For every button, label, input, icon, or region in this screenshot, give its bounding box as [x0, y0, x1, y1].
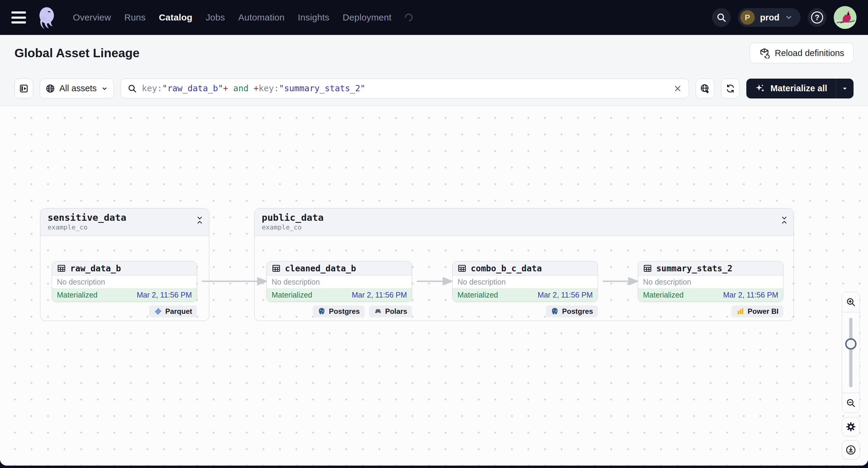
user-avatar[interactable] — [834, 6, 857, 29]
status-badge: Materialized — [458, 291, 498, 299]
asset-description: No description — [52, 276, 197, 288]
refresh-icon — [725, 84, 736, 94]
tag-label: Postgres — [329, 307, 360, 316]
open-sidebar-button[interactable] — [14, 79, 33, 98]
graph-settings-button[interactable] — [842, 417, 860, 436]
globe-icon — [45, 84, 55, 93]
materialize-all-label: Materialize all — [770, 84, 827, 93]
zoom-out-icon — [846, 398, 856, 408]
asset-card[interactable]: raw_data_b No description Materialized M… — [52, 261, 197, 302]
refresh-graph-button[interactable] — [721, 79, 740, 98]
nav-item-overview[interactable]: Overview — [73, 12, 111, 23]
group-subtitle: example_co — [262, 223, 786, 231]
asset-node-summary-stats-2: summary_stats_2 No description Materiali… — [638, 261, 783, 302]
tag-parquet[interactable]: Parquet — [149, 305, 197, 317]
table-icon — [458, 264, 467, 273]
group-header[interactable]: public_data example_co — [254, 209, 794, 236]
materialization-timestamp[interactable]: Mar 2, 11:56 PM — [537, 291, 593, 299]
status-badge: Materialized — [57, 291, 98, 299]
caret-down-icon — [841, 85, 849, 92]
page-title: Global Asset Lineage — [14, 46, 140, 60]
deployment-switcher[interactable]: P prod — [738, 8, 801, 27]
parquet-icon — [154, 307, 162, 316]
tag-polars[interactable]: Polars — [369, 305, 412, 317]
materialize-options-button[interactable] — [836, 79, 854, 98]
reload-definitions-label: Reload definitions — [775, 48, 844, 58]
asset-search-input[interactable]: key:"raw_data_b"+ and +key:"summary_stat… — [121, 79, 689, 98]
collapse-chevron-down-icon — [781, 216, 787, 220]
asset-description: No description — [453, 276, 597, 288]
download-icon — [845, 444, 856, 455]
chevron-down-icon — [785, 13, 793, 21]
nav-item-jobs[interactable]: Jobs — [206, 12, 225, 23]
tag-label: Parquet — [165, 307, 192, 316]
download-image-button[interactable] — [842, 440, 860, 460]
asset-description: No description — [638, 276, 783, 288]
zoom-slider — [842, 312, 860, 393]
table-icon — [57, 264, 66, 273]
group-subtitle: example_co — [48, 223, 202, 231]
zoom-out-button[interactable] — [842, 393, 860, 413]
asset-scope-dropdown[interactable]: All assets — [40, 79, 114, 98]
asset-description: No description — [267, 276, 412, 288]
zoom-in-icon — [846, 297, 856, 307]
nav-item-automation[interactable]: Automation — [238, 12, 285, 23]
collapse-group-button[interactable] — [196, 216, 203, 224]
zoom-slider-handle[interactable] — [845, 338, 857, 350]
help-button[interactable]: ? — [808, 8, 827, 27]
postgres-icon — [317, 307, 326, 316]
main-panel: Global Asset Lineage Reload definitions — [0, 35, 868, 466]
nav-item-insights[interactable]: Insights — [298, 12, 330, 23]
tag-postgres[interactable]: Postgres — [546, 305, 598, 317]
hamburger-menu-icon[interactable] — [11, 11, 26, 24]
lineage-canvas[interactable]: sensitive_data example_co public_data ex… — [0, 106, 868, 466]
question-icon: ? — [811, 11, 823, 24]
asset-card[interactable]: cleaned_data_b No description Materializ… — [267, 261, 412, 302]
search-button[interactable] — [712, 8, 731, 27]
nav-item-deployment[interactable]: Deployment — [343, 12, 392, 23]
collapse-chevron-down-icon — [196, 216, 203, 220]
asset-tags: Power BI — [731, 305, 783, 317]
materialize-all-button[interactable]: Materialize all — [746, 79, 836, 98]
tag-powerbi[interactable]: Power BI — [731, 305, 783, 317]
top-nav: Overview Runs Catalog Jobs Automation In… — [0, 0, 868, 35]
globe-plus-icon — [700, 84, 710, 94]
materialization-timestamp[interactable]: Mar 2, 11:56 PM — [723, 291, 778, 299]
status-badge: Materialized — [272, 291, 312, 299]
asset-tags: Postgres — [546, 305, 598, 317]
dagster-logo-icon[interactable] — [34, 5, 58, 30]
search-icon — [716, 12, 726, 23]
search-icon — [127, 84, 137, 93]
zoom-slider-track[interactable] — [849, 318, 852, 387]
chevron-down-icon — [101, 85, 108, 92]
gear-icon — [845, 421, 856, 432]
asset-card[interactable]: combo_b_c_data No description Materializ… — [453, 261, 598, 302]
asset-card[interactable]: summary_stats_2 No description Materiali… — [638, 261, 783, 302]
materialization-timestamp[interactable]: Mar 2, 11:56 PM — [137, 291, 192, 299]
nav-item-runs[interactable]: Runs — [124, 12, 146, 23]
group-title: public_data — [262, 212, 786, 223]
asset-tags: Parquet — [149, 305, 197, 317]
nav-item-catalog[interactable]: Catalog — [159, 12, 192, 23]
close-icon — [673, 84, 682, 93]
clear-search-button[interactable] — [673, 84, 682, 93]
collapse-chevron-up-icon — [196, 220, 203, 224]
view-in-new-tab-button[interactable] — [696, 79, 714, 98]
reload-definitions-icon — [759, 48, 770, 58]
collapse-group-button[interactable] — [781, 216, 787, 224]
asset-node-combo-b-c-data: combo_b_c_data No description Materializ… — [453, 261, 598, 302]
group-title: sensitive_data — [48, 212, 202, 223]
nav-items: Overview Runs Catalog Jobs Automation In… — [73, 12, 413, 23]
asset-name: summary_stats_2 — [656, 263, 733, 274]
materialization-timestamp[interactable]: Mar 2, 11:56 PM — [352, 291, 407, 299]
loading-spinner-icon — [403, 12, 414, 23]
asset-name: cleaned_data_b — [285, 263, 356, 274]
tag-label: Postgres — [562, 307, 593, 316]
zoom-control-panel — [842, 292, 860, 413]
sparkles-icon — [755, 83, 766, 94]
zoom-in-button[interactable] — [842, 292, 860, 312]
reload-definitions-button[interactable]: Reload definitions — [750, 43, 854, 63]
tag-postgres[interactable]: Postgres — [313, 305, 365, 317]
table-icon — [643, 264, 652, 273]
group-header[interactable]: sensitive_data example_co — [40, 209, 209, 236]
